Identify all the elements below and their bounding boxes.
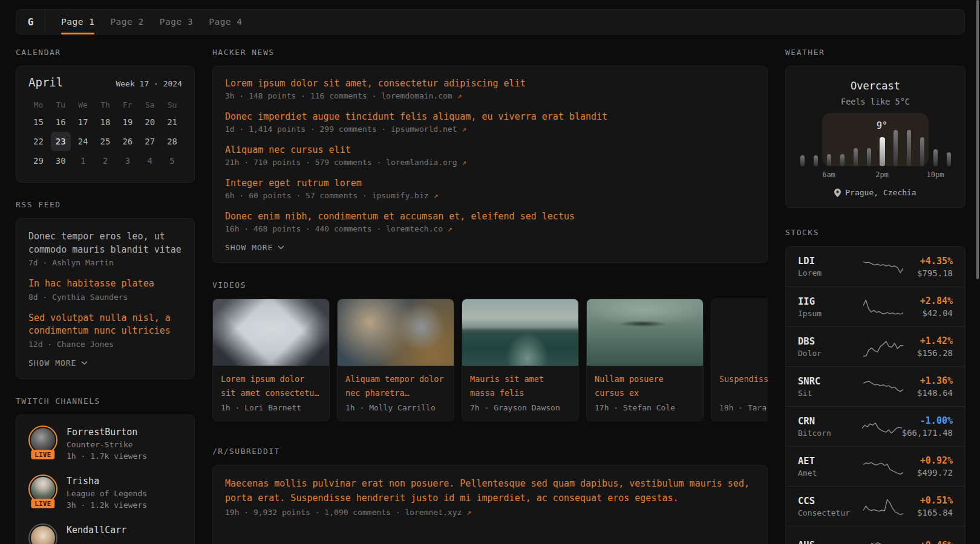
calendar-day-header: Mo [27, 97, 50, 112]
stock-sparkline [863, 333, 903, 361]
calendar-day: 21 [161, 112, 183, 132]
hackernews-item-title[interactable]: Lorem ipsum dolor sit amet, consectetur … [225, 78, 755, 89]
stock-change: +0.92% [903, 455, 953, 466]
weather-bar [840, 154, 844, 166]
external-link-icon: ↗ [466, 508, 471, 517]
stock-ticker: CCS [798, 496, 863, 507]
stock-row[interactable]: AHS +0.46% [786, 526, 965, 544]
stock-id: AHS [798, 540, 863, 544]
video-meta: 7h · Grayson Dawson [470, 403, 570, 412]
calendar-day: 17 [72, 112, 94, 132]
nav-tab-label: Page 2 [110, 17, 143, 27]
video-title[interactable]: Aliquam tempor dolor nec pharetra… [345, 372, 446, 400]
stock-row[interactable]: AET Amet +0.92% $499.72 [786, 446, 965, 486]
calendar-widget: CALENDAR April Week 17 · 2024 MoTuWeThFr… [16, 48, 195, 183]
stock-row[interactable]: LDI Lorem +4.35% $795.18 [786, 247, 965, 287]
rss-show-more-button[interactable]: SHOW MORE [28, 358, 182, 368]
video-title[interactable]: Nullam posuere cursus ex [595, 372, 695, 400]
twitch-channel-viewers: 3h · 1.2k viewers [67, 500, 147, 510]
weather-bar [893, 130, 898, 166]
hackernews-item: Aliquam nec cursus elit 21h · 710 points… [225, 144, 755, 167]
stock-row[interactable]: SNRC Sit +1.36% $148.64 [786, 366, 965, 406]
stock-price: $165.84 [903, 508, 953, 517]
hackernews-item: Lorem ipsum dolor sit amet, consectetur … [225, 78, 755, 100]
weather-current-temp: 9° [877, 120, 887, 131]
top-nav: G Page 1 Page 2 Page 3 Page 4 [16, 9, 965, 34]
stock-change: -1.00% [902, 415, 953, 426]
rss-item: Sed volutpat nulla nisl, a condimentum n… [28, 312, 182, 349]
rss-item-title[interactable]: Sed volutpat nulla nisl, a condimentum n… [28, 312, 182, 338]
stock-sparkline [863, 373, 903, 401]
rss-item-meta: 8d · Cynthia Saunders [28, 293, 182, 302]
calendar-day: 25 [94, 132, 117, 151]
avatar-photo [31, 526, 55, 544]
left-column: CALENDAR April Week 17 · 2024 MoTuWeThFr… [16, 48, 195, 544]
twitch-channel-row[interactable]: LIVE ForrestBurton Counter-Strike 1h · 1… [28, 426, 182, 461]
rss-item-title[interactable]: In hac habitasse platea [28, 277, 182, 291]
calendar-day: 2 [94, 151, 117, 170]
video-title[interactable]: Lorem ipsum dolor sit amet consectetu… [221, 372, 321, 400]
hackernews-item-title[interactable]: Integer eget rutrum lorem [225, 178, 755, 189]
nav-tab[interactable]: Page 1 [61, 10, 94, 34]
video-title[interactable]: Mauris sit amet massa felis [470, 372, 570, 400]
video-card: Nullam posuere cursus ex 17h · Stefan Co… [586, 299, 704, 421]
subreddit-post-title[interactable]: Maecenas mollis pulvinar erat non posuer… [225, 477, 755, 505]
twitch-channel-name: ForrestBurton [67, 426, 147, 438]
video-card-body: Mauris sit amet massa felis 7h · Grayson… [462, 366, 578, 421]
twitch-channel-game: Counter-Strike [67, 440, 147, 449]
stock-id: IIG Ipsum [798, 296, 863, 318]
stock-ticker: CRN [798, 416, 862, 427]
stock-ticker: SNRC [798, 376, 863, 387]
calendar-day: 18 [94, 112, 117, 132]
hackernews-card: Lorem ipsum dolor sit amet, consectetur … [212, 66, 768, 263]
hackernews-item: Donec enim nibh, condimentum et accumsan… [225, 211, 755, 233]
stock-ticker: AHS [798, 540, 863, 544]
nav-tab[interactable]: Page 3 [160, 10, 193, 34]
weather-location: Prague, Czechia [786, 188, 965, 197]
calendar-week-info: Week 17 · 2024 [116, 79, 182, 88]
hackernews-item-title[interactable]: Aliquam nec cursus elit [225, 144, 755, 155]
hackernews-show-more-button[interactable]: SHOW MORE [225, 243, 755, 252]
stock-price: $42.04 [903, 308, 953, 318]
weather-hour-label: 2pm [875, 170, 889, 179]
video-thumbnail[interactable] [338, 299, 454, 366]
stock-price: $156.28 [903, 348, 953, 358]
app-logo[interactable]: G [16, 10, 45, 34]
nav-tab[interactable]: Page 2 [110, 10, 143, 34]
video-thumbnail[interactable] [711, 299, 768, 366]
weather-bar [933, 149, 938, 166]
weather-hour-labels: 6am2pm10pm [786, 170, 965, 180]
video-thumbnail[interactable] [587, 299, 703, 366]
stock-row[interactable]: IIG Ipsum +2.84% $42.04 [786, 287, 965, 326]
dashboard-columns: CALENDAR April Week 17 · 2024 MoTuWeThFr… [16, 48, 965, 544]
stock-change: +2.84% [903, 296, 953, 306]
twitch-avatar-wrap: LIVE [28, 474, 57, 504]
video-title[interactable]: Suspendisse diam [719, 372, 768, 400]
stock-sparkline [862, 413, 902, 441]
stock-row[interactable]: DBS Dolor +1.42% $156.28 [786, 326, 965, 366]
rss-item-title[interactable]: Donec tempor eros leo, ut commodo mauris… [28, 230, 182, 256]
twitch-channel-row[interactable]: KendallCarr [28, 523, 182, 544]
calendar-day-header: Su [161, 97, 183, 112]
weather-bar [947, 152, 951, 166]
stock-name: Bitcorn [798, 429, 862, 438]
stock-row[interactable]: CCS Consectetur +0.51% $165.84 [786, 486, 965, 526]
video-thumbnail[interactable] [462, 299, 578, 366]
subreddit-widget-label: /R/SUBREDDIT [212, 447, 768, 456]
stock-price: $795.18 [903, 268, 953, 278]
stock-sparkline [863, 453, 903, 481]
stock-id: DBS Dolor [798, 336, 863, 358]
page-scrollbar[interactable] [976, 0, 979, 279]
twitch-channel-row[interactable]: LIVE Trisha League of Legends 3h · 1.2k … [28, 474, 182, 510]
hackernews-item-title[interactable]: Donec imperdiet augue tincidunt felis al… [225, 111, 755, 122]
nav-tab[interactable]: Page 4 [209, 10, 242, 34]
stock-id: CCS Consectetur [798, 496, 863, 517]
stock-values: +4.35% $795.18 [903, 256, 953, 278]
weather-bar [854, 148, 858, 166]
stock-sparkline [863, 253, 903, 280]
stock-row[interactable]: CRN Bitcorn -1.00% $66,171.48 [786, 406, 965, 446]
video-thumbnail[interactable] [213, 299, 329, 366]
hackernews-item-title[interactable]: Donec enim nibh, condimentum et accumsan… [225, 211, 755, 222]
rss-widget-label: RSS FEED [16, 200, 195, 210]
stock-name: Ipsum [798, 309, 863, 318]
